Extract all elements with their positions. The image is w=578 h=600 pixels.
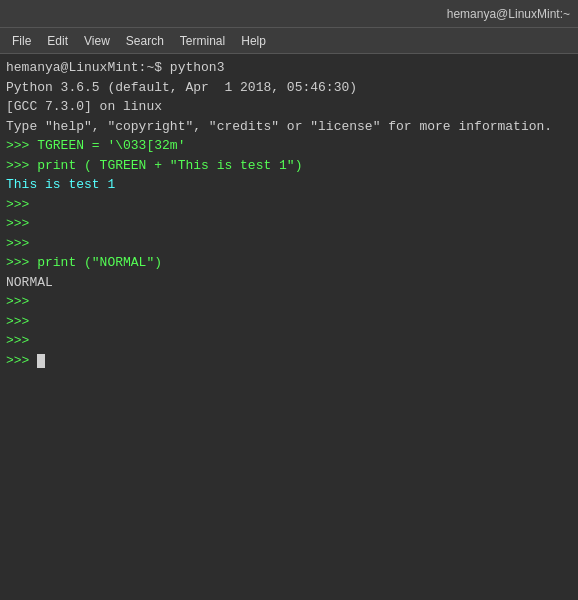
- title-bar: hemanya@LinuxMint:~: [0, 0, 578, 28]
- terminal-line: Python 3.6.5 (default, Apr 1 2018, 05:46…: [6, 78, 572, 98]
- terminal-line: This is test 1: [6, 175, 572, 195]
- terminal-line: hemanya@LinuxMint:~$ python3: [6, 58, 572, 78]
- terminal-line: >>>: [6, 331, 572, 351]
- menu-item-search[interactable]: Search: [118, 32, 172, 50]
- terminal-line: >>>: [6, 234, 572, 254]
- terminal-line: >>>: [6, 351, 572, 371]
- terminal-line: >>> print ( TGREEN + "This is test 1"): [6, 156, 572, 176]
- terminal-line: >>>: [6, 292, 572, 312]
- terminal-line: Type "help", "copyright", "credits" or "…: [6, 117, 572, 137]
- terminal-output[interactable]: hemanya@LinuxMint:~$ python3Python 3.6.5…: [0, 54, 578, 600]
- menu-item-view[interactable]: View: [76, 32, 118, 50]
- menu-item-help[interactable]: Help: [233, 32, 274, 50]
- terminal-line: >>>: [6, 214, 572, 234]
- terminal-line: [GCC 7.3.0] on linux: [6, 97, 572, 117]
- terminal-line: >>> print ("NORMAL"): [6, 253, 572, 273]
- terminal-line: >>>: [6, 195, 572, 215]
- terminal-line: >>> TGREEN = '\033[32m': [6, 136, 572, 156]
- terminal-line: NORMAL: [6, 273, 572, 293]
- terminal-cursor: [37, 354, 45, 368]
- terminal-line: >>>: [6, 312, 572, 332]
- title-text: hemanya@LinuxMint:~: [8, 7, 570, 21]
- menu-item-terminal[interactable]: Terminal: [172, 32, 233, 50]
- menu-item-edit[interactable]: Edit: [39, 32, 76, 50]
- menu-bar: FileEditViewSearchTerminalHelp: [0, 28, 578, 54]
- menu-item-file[interactable]: File: [4, 32, 39, 50]
